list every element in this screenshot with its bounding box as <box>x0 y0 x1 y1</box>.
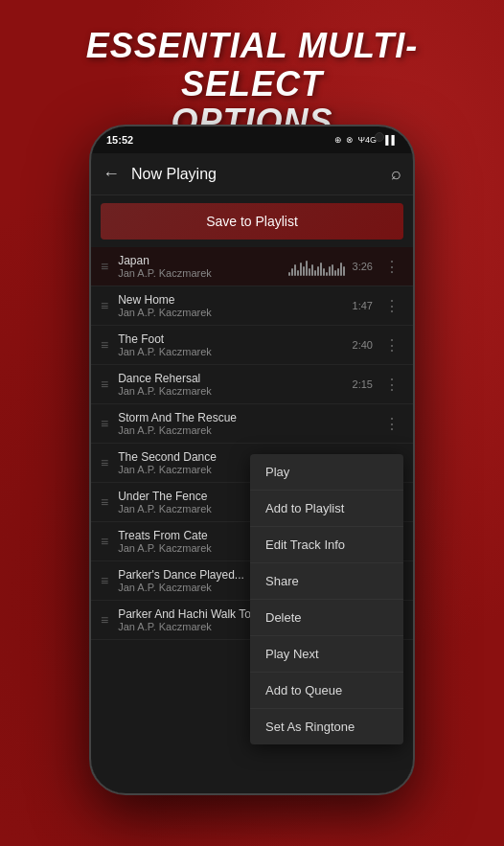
track-info: Storm And The RescueJan A.P. Kaczmarek <box>118 411 380 436</box>
track-duration: 2:40 <box>353 339 373 351</box>
track-item[interactable]: ≡JapanJan A.P. Kaczmarek3:26⋮ <box>91 247 413 286</box>
front-camera <box>375 132 384 142</box>
track-artist: Jan A.P. Kaczmarek <box>118 424 380 436</box>
track-duration: 1:47 <box>353 300 373 311</box>
track-duration: 3:26 <box>353 261 373 272</box>
drag-icon: ≡ <box>101 337 108 353</box>
app-content: Save to Playlist ≡JapanJan A.P. Kaczmare… <box>91 195 413 793</box>
waveform-bar <box>332 264 333 276</box>
track-more-button[interactable]: ⋮ <box>380 336 403 354</box>
waveform <box>288 257 345 276</box>
waveform-bar <box>306 261 308 276</box>
drag-icon: ≡ <box>101 455 108 470</box>
waveform-bar <box>340 263 342 276</box>
waveform-bar <box>288 272 290 276</box>
context-menu: PlayAdd to PlaylistEdit Track InfoShareD… <box>250 454 403 744</box>
track-title: Storm And The Rescue <box>118 411 380 424</box>
waveform-bar <box>311 264 313 276</box>
track-title: The Foot <box>118 332 352 346</box>
status-icons: ⊕ ⊗ Ψ4G+ ▌▌ <box>334 135 398 145</box>
phone-frame: 15:52 ⊕ ⊗ Ψ4G+ ▌▌ ← Now Playing ⌕ Save t… <box>89 125 415 795</box>
search-button[interactable]: ⌕ <box>391 164 401 184</box>
track-title: New Home <box>118 293 352 307</box>
waveform-bar <box>303 266 305 276</box>
status-time: 15:52 <box>106 134 133 146</box>
page-title: ESSENTIAL MULTI-SELECT OPTIONS <box>0 27 504 141</box>
context-menu-item[interactable]: Add to Playlist <box>250 491 403 527</box>
status-icon-wifi: ⊗ <box>346 135 354 145</box>
waveform-bar <box>334 270 336 276</box>
waveform-bar <box>323 268 325 276</box>
track-info: New HomeJan A.P. Kaczmarek <box>118 293 352 318</box>
waveform-bar <box>326 272 328 276</box>
context-menu-item[interactable]: Set As Ringtone <box>250 709 403 744</box>
app-header: ← Now Playing ⌕ <box>91 153 413 195</box>
waveform-bar <box>297 270 299 276</box>
drag-icon: ≡ <box>101 534 108 549</box>
track-item[interactable]: ≡The FootJan A.P. Kaczmarek2:40⋮ <box>91 326 413 365</box>
track-more-button[interactable]: ⋮ <box>380 258 403 276</box>
screen-title: Now Playing <box>131 166 391 183</box>
save-to-playlist-button[interactable]: Save to Playlist <box>101 203 403 240</box>
drag-icon: ≡ <box>101 573 108 588</box>
drag-icon: ≡ <box>101 416 108 431</box>
drag-icon: ≡ <box>101 298 108 313</box>
track-info: Dance RehersalJan A.P. Kaczmarek <box>118 372 352 397</box>
context-menu-item[interactable]: Play <box>250 454 403 491</box>
waveform-bar <box>329 266 331 276</box>
track-artist: Jan A.P. Kaczmarek <box>118 346 352 357</box>
track-artist: Jan A.P. Kaczmarek <box>118 307 352 318</box>
track-duration: 2:15 <box>353 378 373 390</box>
waveform-bar <box>314 270 316 276</box>
track-artist: Jan A.P. Kaczmarek <box>118 385 352 397</box>
track-item[interactable]: ≡Dance RehersalJan A.P. Kaczmarek2:15⋮ <box>91 365 413 404</box>
drag-icon: ≡ <box>101 612 108 628</box>
waveform-bar <box>294 264 296 276</box>
context-menu-item[interactable]: Edit Track Info <box>250 527 403 563</box>
track-item[interactable]: ≡New HomeJan A.P. Kaczmarek1:47⋮ <box>91 286 413 326</box>
track-more-button[interactable]: ⋮ <box>380 415 403 433</box>
waveform-bar <box>343 266 345 276</box>
context-menu-item[interactable]: Add to Queue <box>250 673 403 709</box>
track-info: JapanJan A.P. Kaczmarek <box>118 254 287 279</box>
waveform-bar <box>317 266 319 276</box>
context-menu-item[interactable]: Delete <box>250 600 403 636</box>
status-icon-bt: ⊕ <box>334 135 342 145</box>
context-menu-item[interactable]: Share <box>250 563 403 600</box>
track-item[interactable]: ≡Storm And The RescueJan A.P. Kaczmarek⋮ <box>91 404 413 444</box>
status-icon-battery: ▌▌ <box>385 135 398 145</box>
track-artist: Jan A.P. Kaczmarek <box>118 267 287 279</box>
waveform-bar <box>320 263 322 276</box>
status-bar: 15:52 ⊕ ⊗ Ψ4G+ ▌▌ <box>91 126 413 153</box>
waveform-bar <box>309 268 310 276</box>
drag-icon: ≡ <box>101 259 108 274</box>
track-title: Japan <box>118 254 287 267</box>
track-more-button[interactable]: ⋮ <box>380 376 403 394</box>
context-menu-item[interactable]: Play Next <box>250 636 403 673</box>
back-button[interactable]: ← <box>103 164 120 184</box>
waveform-bar <box>337 268 339 276</box>
drag-icon: ≡ <box>101 377 108 392</box>
track-title: Dance Rehersal <box>118 372 352 385</box>
track-more-button[interactable]: ⋮ <box>380 297 403 315</box>
track-info: The FootJan A.P. Kaczmarek <box>118 332 352 357</box>
waveform-bar <box>291 268 293 276</box>
drag-icon: ≡ <box>101 494 108 510</box>
waveform-bar <box>300 263 302 276</box>
